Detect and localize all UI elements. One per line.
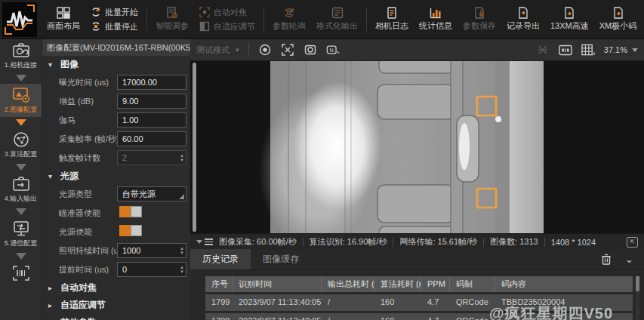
section-label: 其他参数 (60, 316, 97, 320)
test-mode-select[interactable]: 测试模式 ▾ (196, 45, 239, 56)
aimer-enable-toggle[interactable] (119, 206, 142, 217)
toolbar-separator (366, 8, 367, 31)
gain-input[interactable]: 9.00 (117, 94, 186, 109)
gamma-input[interactable]: 1.00 (117, 112, 186, 128)
format-output-button[interactable]: 格式化输出 (311, 2, 363, 38)
fit-window-icon[interactable]: ⇱ (627, 237, 638, 248)
section-image[interactable]: ▾ 图像 (42, 56, 190, 73)
batch-start-label: 批量开始 (105, 7, 138, 18)
sidebar-item-image-config[interactable]: 2.图像配置 (0, 84, 42, 117)
algorithm-config-icon (12, 131, 30, 148)
sidebar-item-run[interactable] (0, 262, 42, 284)
section-light[interactable]: ▾ 光源 (42, 168, 190, 185)
camera-image (190, 61, 644, 233)
continuous-snapshot-button[interactable]: N (326, 43, 340, 57)
record-export-button[interactable]: 记录导出 (501, 2, 545, 38)
batch-start-button[interactable]: 批量开始 (91, 7, 138, 18)
statistics-button[interactable]: 统计信息 (414, 2, 458, 38)
advance-time-stepper[interactable]: 0 ▲▼ (117, 262, 186, 277)
zoom-level-select[interactable]: 37.1% (604, 45, 638, 54)
auto-focus-icon (199, 7, 210, 17)
param-polling-button[interactable]: 参数轮询 (267, 2, 311, 38)
camera-image-display[interactable] (190, 61, 644, 233)
snapshot-n-icon: N (326, 44, 340, 56)
light-enable-label: 光源使能 (59, 226, 92, 238)
chevron-down-icon (196, 240, 202, 244)
zoom-level-value: 37.1% (604, 45, 627, 54)
camera-log-button[interactable]: 相机日志 (370, 2, 414, 38)
chevron-right-icon: ▸ (48, 301, 56, 309)
test-mode-label: 测试模式 (196, 45, 230, 56)
locate-disabled-button[interactable] (536, 43, 550, 57)
history-actions: ⌄ (601, 249, 644, 269)
smart-tune-icon (166, 7, 178, 19)
param-save-button[interactable]: 参数保存 (458, 2, 501, 38)
grid-view-button[interactable] (581, 43, 595, 57)
screen-layout-button[interactable]: 画面布局 (42, 2, 85, 38)
status-separator (483, 238, 484, 247)
preset-button-xm-small[interactable]: XM极小码 (594, 2, 642, 38)
batch-stop-button[interactable]: 批量停止 (91, 21, 138, 32)
aimer-enable-label: 瞄准器使能 (59, 208, 100, 219)
light-type-select[interactable]: 自带光源 (117, 186, 186, 202)
camera-connect-icon (12, 42, 30, 59)
tab-image-cache[interactable]: 图像缓存 (251, 249, 311, 269)
record-button[interactable] (258, 43, 272, 57)
framerate-input[interactable]: 60.00 (117, 131, 186, 146)
column-header: 输出总耗时 (ms) (322, 276, 374, 292)
collapse-chevron-icon[interactable]: ⌄ (625, 254, 633, 265)
sidebar-item-label: 5.通信配置 (5, 238, 38, 248)
sidebar-item-label: 4.输入输出 (5, 194, 38, 204)
preset-button-13xm[interactable]: 13XM高速 (545, 2, 594, 38)
preset-doc-icon (563, 7, 575, 19)
one-to-one-button[interactable] (559, 43, 572, 57)
sidebar-item-camera-connect[interactable]: 1.相机连接 (0, 39, 42, 72)
section-adaptive[interactable]: ▸ 自适应调节 (42, 297, 190, 314)
viewer-scrollbar[interactable] (193, 63, 196, 232)
sidebar-item-input-output[interactable]: 4.输入输出 (0, 173, 42, 206)
status-image-count: 图像数: 1313 (490, 236, 538, 248)
section-label: 图像 (60, 58, 79, 71)
section-autofocus[interactable]: ▸ 自动对焦 (42, 279, 190, 297)
trash-icon[interactable] (601, 254, 612, 265)
exposure-input[interactable]: 17000.00 (117, 75, 186, 90)
status-separator (393, 238, 393, 247)
spinner-arrows-icon: ▲▼ (180, 151, 184, 165)
snapshot-button[interactable] (304, 43, 317, 57)
sidebar-item-algorithm-config[interactable]: 3.算法配置 (0, 128, 42, 162)
light-duration-stepper[interactable]: 1000 ▲▼ (117, 243, 186, 258)
viewer-toolbar-right: 37.1% (536, 43, 638, 57)
grid-icon (581, 44, 595, 56)
tab-history-record[interactable]: 历史记录 (190, 249, 251, 269)
sidebar-item-label: 3.算法配置 (5, 149, 38, 159)
locate-crosshair-icon (537, 44, 549, 56)
step-arrow-icon (16, 119, 26, 126)
camera-log-label: 相机日志 (375, 20, 408, 32)
batch-stop-icon (91, 21, 101, 32)
framerate-label: 采集帧率 (帧/秒) (59, 134, 119, 145)
step-sidebar: 1.相机连接 2.图像配置 3.算法配置 (0, 39, 42, 320)
table-scrollbar[interactable] (636, 276, 639, 320)
toolbar-separator (248, 43, 249, 57)
light-duration-label: 照明持续时间 (us) (59, 245, 125, 257)
sidebar-item-communication-config[interactable]: 5.通信配置 (0, 217, 42, 251)
smart-tune-button[interactable]: 智能调参 (150, 2, 194, 38)
status-menu-button[interactable] (196, 238, 213, 245)
crosshair-overlay-button[interactable] (281, 43, 294, 57)
image-viewer: 测试模式 ▾ (190, 39, 644, 250)
param-save-icon (473, 7, 485, 19)
image-config-icon (12, 87, 30, 103)
preset-label: XM极小码 (599, 20, 637, 32)
status-resolution: 1408 * 1024 (551, 238, 596, 247)
adaptive-adjust-button[interactable]: 自适应调节 (199, 21, 255, 32)
light-enable-toggle[interactable] (119, 225, 142, 236)
hamburger-icon (205, 238, 213, 245)
exposure-label: 曝光时间 (us) (59, 77, 109, 88)
chevron-down-icon (632, 48, 638, 52)
column-header: 序号 (205, 276, 233, 292)
viewer-toolbar: 测试模式 ▾ (190, 39, 644, 61)
step-arrow-icon (16, 208, 26, 215)
auto-focus-button[interactable]: 自动对焦 (199, 7, 255, 18)
section-other-params[interactable]: ▸ 其他参数 (42, 314, 190, 320)
snapshot-icon (304, 44, 316, 56)
